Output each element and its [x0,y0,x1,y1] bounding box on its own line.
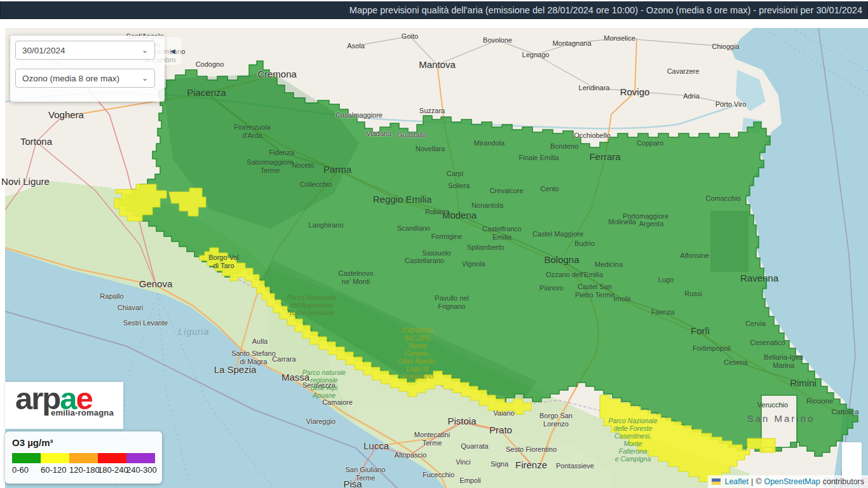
legend-swatch [12,453,41,463]
attribution-separator: | [751,477,753,486]
legend-swatch [41,453,69,463]
legend-swatch [98,453,126,463]
date-select[interactable]: 30/01/2024 ⌄ [15,41,155,60]
copyright-symbol: © [756,477,761,486]
legend-tick: 120-180 [69,465,98,475]
leaflet-link[interactable]: Leaflet [724,477,749,486]
title-bar: Mappe previsioni qualità dell'aria (emis… [0,1,868,19]
logo-subtitle: emilia-romagna [51,408,123,417]
chevron-down-icon: ⌄ [142,46,148,55]
collapse-left-icon: ◄ [169,46,177,56]
pollutant-select[interactable]: Ozono (media 8 ore max) ⌄ [15,69,155,88]
pollutant-select-value: Ozono (media 8 ore max) [22,74,119,83]
legend-panel: O3 µg/m³ 0-6060-120120-180180-240240-300 [5,431,162,484]
legend-swatch [69,453,98,463]
date-select-value: 30/01/2024 [22,46,65,55]
openstreetmap-link[interactable]: OpenStreetMap [764,477,820,486]
legend-tick-labels: 0-6060-120120-180180-240240-300 [12,465,155,475]
attribution-suffix: contributors [823,477,864,486]
legend-swatch [126,453,155,463]
legend-tick: 240-300 [126,465,155,475]
layer-control-panel: 30/01/2024 ⌄ Ozono (media 8 ore max) ⌄ [10,36,165,102]
arpae-logo: arpae emilia-romagna [5,382,123,429]
map-attribution: Leaflet | © OpenStreetMap contributors [708,475,868,488]
legend-tick: 180-240 [98,465,126,475]
ukraine-flag-icon [712,478,721,485]
forest-texture-comacchio [710,211,749,272]
page-title: Mappe previsioni qualità dell'aria (emis… [349,5,867,15]
chevron-down-icon: ⌄ [142,74,148,83]
legend-tick: 0-60 [12,465,41,475]
legend-tick: 60-120 [41,465,69,475]
legend-color-bar [12,453,155,463]
panel-collapse-button[interactable]: ◄ [165,37,181,65]
legend-title: O3 µg/m³ [12,437,155,448]
